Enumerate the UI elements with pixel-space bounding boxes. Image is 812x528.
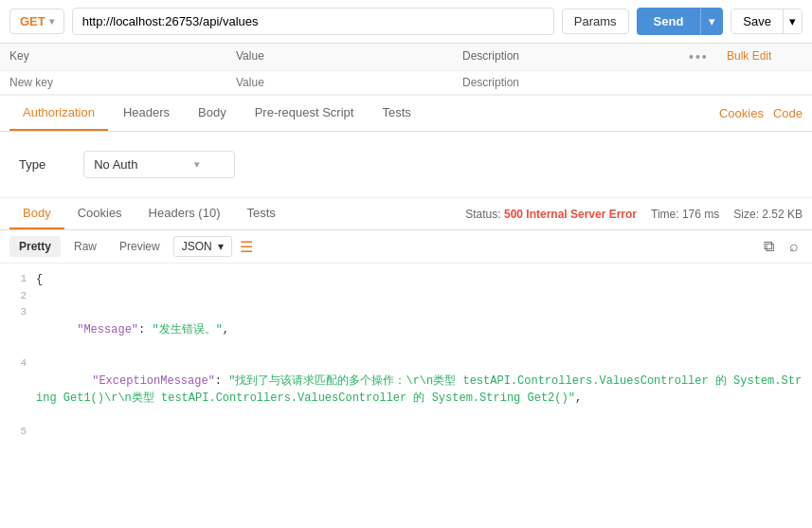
auth-tab-right: Cookies Code (719, 106, 803, 120)
tab-headers[interactable]: Headers (110, 96, 183, 131)
save-dropdown-button[interactable]: ▾ (783, 9, 802, 33)
search-button[interactable]: ⌕ (785, 236, 803, 257)
type-select[interactable]: No Auth ▾ (83, 151, 235, 178)
send-button[interactable]: Send (637, 8, 701, 35)
new-desc-input[interactable] (462, 76, 689, 89)
sort-icon[interactable]: ☰ (240, 238, 253, 256)
line-num-1: 1 (8, 271, 36, 287)
description-header: Description (462, 49, 689, 64)
line-num-4: 4 (8, 355, 36, 372)
format-tab-pretty[interactable]: Pretty (9, 236, 61, 257)
type-value: No Auth (94, 157, 137, 172)
method-select[interactable]: GET ▾ (9, 9, 64, 34)
line-content-3: "Message": "发生错误。", (36, 304, 804, 355)
format-json-select[interactable]: JSON ▾ (173, 236, 232, 257)
bulk-edit-button[interactable]: Bulk Edit (727, 49, 803, 64)
tab-body[interactable]: Body (185, 96, 240, 131)
code-line-4: 4 "ExceptionMessage": "找到了与该请求匹配的多个操作：\r… (0, 355, 812, 424)
format-bar: Pretty Raw Preview JSON ▾ ☰ ⧉ ⌕ (0, 230, 812, 264)
time-value: Time: 176 ms (651, 208, 719, 221)
cookies-link[interactable]: Cookies (719, 106, 764, 120)
tab-cookies-response[interactable]: Cookies (64, 198, 135, 229)
format-tab-raw[interactable]: Raw (64, 236, 106, 257)
body-tabs: Body Cookies Headers (10) Tests Status: … (0, 198, 812, 230)
code-line-3: 3 "Message": "发生错误。", (0, 304, 812, 355)
line-num-2: 2 (8, 288, 36, 304)
line-content-4: "ExceptionMessage": "找到了与该请求匹配的多个操作：\r\n… (36, 355, 804, 424)
tab-tests[interactable]: Tests (369, 96, 424, 131)
url-input[interactable] (72, 8, 554, 35)
code-line-5: 5 "ExceptionType": "System.InvalidOperat… (0, 424, 812, 435)
line-num-5: 5 (8, 424, 36, 435)
code-link[interactable]: Code (773, 106, 803, 120)
code-area: 1 { 2 3 "Message": "发生错误。", 4 "Exception… (0, 264, 812, 434)
line-num-3: 3 (8, 304, 36, 320)
top-bar: GET ▾ Params Send ▾ Save ▾ (0, 0, 812, 44)
tab-authorization[interactable]: Authorization (9, 96, 108, 131)
tab-tests-response[interactable]: Tests (233, 198, 288, 229)
params-table: Key Value Description ••• Bulk Edit (0, 44, 812, 96)
value-header: Value (236, 49, 462, 64)
status-label: Status: 500 Internal Server Error (465, 208, 637, 221)
line-content-5: "ExceptionType": "System.InvalidOperatio… (36, 424, 804, 435)
format-bar-right: ⧉ ⌕ (760, 236, 803, 257)
auth-type-section: Type No Auth ▾ (0, 132, 812, 198)
line-content-1: { (36, 271, 804, 288)
tab-pre-request-script[interactable]: Pre-request Script (242, 96, 368, 131)
params-header: Key Value Description ••• Bulk Edit (0, 44, 812, 71)
copy-button[interactable]: ⧉ (760, 236, 778, 257)
tab-body-response[interactable]: Body (9, 198, 64, 229)
method-chevron-icon: ▾ (49, 16, 54, 27)
type-label: Type (19, 157, 45, 172)
key-header: Key (9, 49, 236, 64)
format-tab-preview[interactable]: Preview (110, 236, 170, 257)
new-value-input[interactable] (236, 76, 462, 89)
save-button[interactable]: Save (731, 9, 783, 33)
save-btn-group: Save ▾ (731, 9, 803, 34)
code-line-2: 2 (0, 288, 812, 304)
new-key-input[interactable] (9, 76, 236, 89)
format-json-label: JSON (182, 240, 212, 253)
size-value: Size: 2.52 KB (733, 208, 803, 221)
params-new-row (0, 71, 812, 95)
send-dropdown-button[interactable]: ▾ (700, 8, 723, 35)
auth-tabs: Authorization Headers Body Pre-request S… (0, 96, 812, 132)
params-button[interactable]: Params (562, 9, 629, 34)
dots-icon: ••• (689, 49, 727, 64)
tab-headers-response[interactable]: Headers (10) (135, 198, 234, 229)
type-chevron-icon: ▾ (194, 158, 200, 171)
status-info: Status: 500 Internal Server Error Time: … (465, 208, 803, 221)
method-label: GET (20, 14, 45, 28)
send-btn-group: Send ▾ (637, 8, 724, 35)
code-line-1: 1 { (0, 271, 812, 288)
status-value: 500 Internal Server Error (504, 208, 637, 221)
format-chevron-icon: ▾ (218, 240, 224, 253)
